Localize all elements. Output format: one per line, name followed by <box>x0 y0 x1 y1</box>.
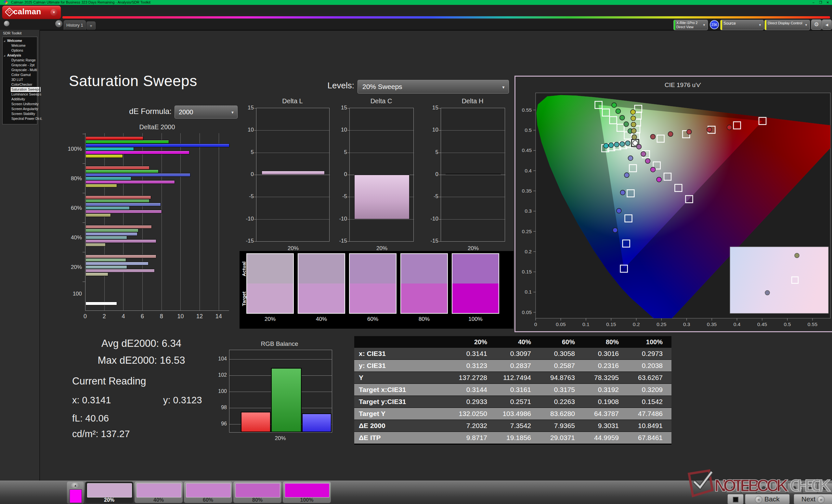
bar-green-60% <box>85 199 150 203</box>
gear-icon[interactable]: ⚙ <box>811 20 822 30</box>
patch-card-40%[interactable]: 40% <box>134 482 183 503</box>
rgb-balance-chart: 1041021009896 <box>229 350 332 432</box>
gridline <box>350 219 414 220</box>
table-cell: 103.4986 <box>496 408 540 420</box>
current-y: y: 0.3123 <box>163 395 202 405</box>
sidebar-item-options[interactable]: Options <box>3 48 36 53</box>
y-tick <box>347 175 350 175</box>
y-tick-label: 0 <box>334 171 347 178</box>
gridline <box>256 197 330 197</box>
toolbar-button[interactable] <box>726 483 741 493</box>
sidebar-item-screen-stability[interactable]: Screen Stability <box>3 111 36 116</box>
chevron-down-icon: ▼ <box>703 23 706 27</box>
sidebar-item-welcome[interactable]: Welcome <box>3 38 36 43</box>
row-label: Target Y <box>354 408 452 420</box>
sidebar-item-colorchecker[interactable]: ColorChecker <box>3 82 36 87</box>
cie-title: CIE 1976 u'v' <box>665 82 701 88</box>
tab-history-1[interactable]: History 1 <box>64 20 86 30</box>
sidebar-item-screen-uniformity[interactable]: Screen Uniformity <box>3 102 36 107</box>
delta-l-chart: 151050-5-10-1520% <box>256 108 330 242</box>
gridline <box>441 197 505 197</box>
row-label: x: CIE31 <box>354 348 452 360</box>
x-tick-label: 14 <box>212 313 225 320</box>
toolbar-button[interactable] <box>757 483 772 493</box>
sidebar-item-screen-angularity[interactable]: Screen Angularity <box>3 107 36 111</box>
cie-y-tick: 0.1 <box>524 289 532 295</box>
display-control-dropdown[interactable]: Direct Display Control ▼ <box>764 20 810 30</box>
measured-point-green <box>612 103 617 108</box>
table-cell: 0.3209 <box>627 384 671 395</box>
calman-menu-button[interactable]: calman ▼ <box>2 5 61 19</box>
sidebar-item-grayscale-multi[interactable]: Grayscale - Multi <box>3 67 36 73</box>
window-titlebar: Calman 2025 Calman Ultimate for Business… <box>0 0 832 5</box>
next-button[interactable]: Next » <box>794 494 832 504</box>
measured-point-red <box>687 130 692 135</box>
current-reading-heading: Current Reading <box>72 375 146 387</box>
toolbar-button[interactable] <box>741 483 756 493</box>
patch-color-60% <box>186 483 231 498</box>
add-tab-button[interactable]: + <box>86 22 96 30</box>
sidebar-item-spectral-power-dist-[interactable]: Spectral Power Dist. <box>3 116 36 121</box>
maximize-icon[interactable]: ❐ <box>817 0 824 5</box>
cie-x-tick: 0.4 <box>733 321 741 327</box>
cie-x-tick: 0.05 <box>556 321 566 327</box>
y-tick-label: -15 <box>425 238 438 244</box>
gridline <box>441 219 505 220</box>
y-tick-label: 5 <box>241 149 254 156</box>
patch-card-100%[interactable]: 100% <box>283 482 331 503</box>
patch-card-60%[interactable]: 60% <box>184 482 232 503</box>
chevron-down-icon: ▼ <box>231 110 234 114</box>
sidebar-item-color-gamut[interactable]: Color Gamut <box>3 73 36 77</box>
sidebar-item-label: Spectral Power Dist. <box>11 116 43 121</box>
toolbar-button[interactable] <box>787 483 802 493</box>
next-label: Next <box>802 495 815 503</box>
calman-app: Calman 2025 Calman Ultimate for Business… <box>0 0 832 504</box>
sidebar-item-analysis[interactable]: Analysis <box>3 53 36 58</box>
toolbar-button[interactable] <box>802 483 817 493</box>
table-cell: 0.3016 <box>583 348 627 360</box>
cie-x-tick: 0.5 <box>784 321 791 327</box>
back-button[interactable]: « Back <box>745 494 790 504</box>
toolbar-button[interactable] <box>818 483 832 493</box>
sidebar-item-additivity[interactable]: Additivity <box>3 97 36 102</box>
sidebar-item-grayscale-2pt[interactable]: Grayscale - 2pt <box>3 63 36 67</box>
minimize-icon[interactable]: – <box>810 0 817 5</box>
table-cell: 47.7486 <box>627 408 671 420</box>
panel-collapse-icon[interactable]: ◀ <box>822 20 832 30</box>
table-row: Target Y132.0250103.498683.628064.378747… <box>354 408 672 420</box>
table-cell: 9.3031 <box>583 420 627 431</box>
levels-dropdown[interactable]: 20% Sweeps ▼ <box>358 80 509 93</box>
table-cell: 94.8763 <box>540 372 583 384</box>
sidebar-item-label: 3D LUT <box>11 77 24 82</box>
gridline <box>219 133 219 310</box>
y-tick <box>439 241 441 242</box>
sidebar-item-dynamic-range[interactable]: Dynamic Range <box>3 58 36 63</box>
sidebar-item-welcome[interactable]: Welcome <box>3 43 36 48</box>
bottom-bar: ▲ « Back Next » 20%40%60%80%100% <box>0 481 832 504</box>
sidebar-item-luminance-sweeps[interactable]: Luminance Sweeps <box>3 92 36 97</box>
chevron-down-icon: ▼ <box>50 9 57 16</box>
y-tick-label: 102 <box>215 372 227 378</box>
sidebar-item-3d-lut[interactable]: 3D LUT <box>3 77 36 82</box>
next-arrow-icon: » <box>817 496 825 503</box>
patch-card-80%[interactable]: 80% <box>233 482 282 503</box>
de-formula-dropdown[interactable]: 2000 ▼ <box>175 106 238 118</box>
cie-y-tick: 0.5 <box>524 127 532 133</box>
status-knob-icon[interactable] <box>4 21 9 26</box>
sidebar-title: SDR Toolkit <box>3 31 22 35</box>
table-cell: 19.1856 <box>496 432 540 444</box>
stop-button[interactable] <box>727 494 744 504</box>
cie-x-tick: 0.15 <box>606 321 616 327</box>
toolbar-button[interactable] <box>772 483 787 493</box>
patch-strip-expander[interactable]: ▲ <box>67 482 84 504</box>
close-icon[interactable]: ✕ <box>824 0 831 5</box>
meter-dropdown[interactable]: X-Rite i1Pro 2 Direct View ▼ <box>673 20 708 30</box>
patch-card-20%[interactable]: 20% <box>85 482 133 503</box>
y-tick-label: -10 <box>241 216 254 222</box>
source-dropdown[interactable]: Source ▼ <box>720 20 764 30</box>
cie-x-tick: 0.25 <box>656 321 666 327</box>
sidebar-collapse-button[interactable]: ◀ <box>55 20 62 27</box>
bar-red-80% <box>85 166 150 169</box>
sidebar-item-saturation-sweeps[interactable]: Saturation Sweeps <box>3 87 36 92</box>
reading-count-badge[interactable]: 236 <box>710 20 719 29</box>
